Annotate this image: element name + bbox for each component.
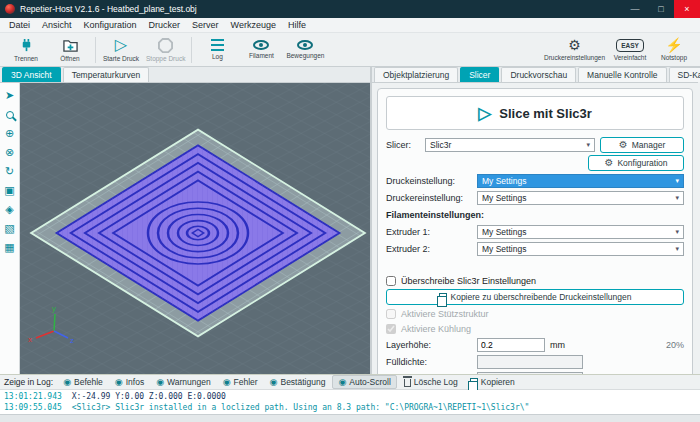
- axis-x-label: x: [28, 335, 32, 344]
- gear-icon: ⚙: [568, 38, 581, 52]
- axis-z-label: z: [70, 336, 74, 345]
- menu-datei[interactable]: Datei: [3, 20, 36, 30]
- control-pane: Objektplatzierung Slicer Druckvorschau M…: [372, 67, 698, 374]
- eye-icon: [297, 40, 313, 50]
- menu-server[interactable]: Server: [186, 20, 225, 30]
- gear-icon: ⚙: [619, 140, 628, 150]
- eye-icon: [253, 40, 269, 50]
- menu-ansicht[interactable]: Ansicht: [36, 20, 78, 30]
- filter-warnungen[interactable]: ◉ Warnungen: [151, 376, 216, 388]
- filter-bestaetigung[interactable]: ◉ Bestätigung: [265, 376, 331, 388]
- chevron-down-icon: ▾: [675, 177, 679, 185]
- title-bar: Repetier-Host V2.1.6 - Heatbed_plane_tes…: [0, 0, 700, 18]
- easy-badge: EASY: [616, 39, 644, 52]
- tab-druckvorschau[interactable]: Druckvorschau: [501, 67, 576, 82]
- menu-werkzeuge[interactable]: Werkzeuge: [225, 20, 282, 30]
- druckeinstellung-select[interactable]: My Settings ▾: [477, 174, 684, 188]
- support-checkbox[interactable]: [386, 309, 396, 319]
- tab-manuelle-kontrolle[interactable]: Manuelle Kontrolle: [578, 67, 666, 82]
- emergency-stop-button[interactable]: ⚡ Notstopp: [652, 34, 696, 66]
- show-filament-button[interactable]: Filament: [239, 34, 283, 66]
- filament-settings-header: Filamenteinstellungen:: [386, 210, 484, 220]
- tab-sd-karte[interactable]: SD-Karte: [669, 67, 700, 82]
- tab-temperaturkurven[interactable]: Temperaturkurven: [63, 67, 150, 82]
- support-row: Aktiviere Stützstruktur: [386, 307, 684, 320]
- filter-infos[interactable]: ◉ Infos: [110, 376, 149, 388]
- copy-icon: [470, 378, 478, 387]
- fill-density-label: Fülldichte:: [386, 357, 472, 367]
- play-icon: ▷: [115, 37, 127, 53]
- override-settings-checkbox[interactable]: [386, 276, 396, 286]
- cooling-row: Aktiviere Kühlung: [386, 322, 684, 335]
- menu-hilfe[interactable]: Hilfe: [282, 20, 312, 30]
- 3d-viewport[interactable]: x y z: [20, 83, 370, 376]
- druckereinstellung-select[interactable]: My Settings ▾: [477, 191, 684, 205]
- move-view-icon[interactable]: ⊗: [1, 143, 19, 162]
- clear-log-button[interactable]: Lösche Log: [399, 376, 463, 388]
- eye-dot-icon: ◉: [63, 378, 71, 387]
- view-pane: 3D Ansicht Temperaturkurven ➤ ⊕ ⊗ ↻ ▣ ◈ …: [0, 67, 372, 374]
- log-filter-bar: Zeige in Log: ◉ Befehle ◉ Infos ◉ Warnun…: [0, 374, 700, 390]
- status-bar: [0, 414, 700, 422]
- extruder2-select[interactable]: My Settings ▾: [477, 242, 684, 256]
- rotate-view-icon[interactable]: ↻: [1, 162, 19, 181]
- iso-view-icon[interactable]: ▣: [1, 181, 19, 200]
- top-view-icon[interactable]: ▦: [1, 238, 19, 257]
- view-tool-strip: ➤ ⊕ ⊗ ↻ ▣ ◈ ▧ ▦: [0, 83, 20, 376]
- zoom-icon[interactable]: [1, 105, 19, 124]
- stop-print-button[interactable]: Stoppe Druck: [143, 34, 188, 66]
- fill-percent-value: 20%: [666, 340, 684, 350]
- tab-objektplatzierung[interactable]: Objektplatzierung: [374, 67, 458, 82]
- konfiguration-button[interactable]: ⚙ Konfiguration: [588, 155, 684, 171]
- druckereinstellung-label: Druckereinstellung:: [386, 193, 472, 203]
- easy-mode-button[interactable]: EASY Vereinfacht: [608, 34, 652, 66]
- window-title: Repetier-Host V2.1.6 - Heatbed_plane_tes…: [20, 4, 197, 14]
- menu-drucker[interactable]: Drucker: [143, 20, 187, 30]
- copy-log-button[interactable]: Kopieren: [465, 376, 520, 388]
- log-output[interactable]: 13:01:21.943X:-24.99 Y:0.00 Z:0.000 E:0.…: [0, 390, 700, 414]
- stop-octagon-icon: [158, 38, 173, 53]
- front-view-icon[interactable]: ◈: [1, 200, 19, 219]
- connect-button[interactable]: Trennen: [4, 34, 48, 66]
- manager-button[interactable]: ⚙ Manager: [600, 137, 684, 153]
- open-file-button[interactable]: Öffnen: [48, 34, 92, 66]
- tab-slicer[interactable]: Slicer: [460, 67, 499, 82]
- menu-konfiguration[interactable]: Konfiguration: [78, 20, 143, 30]
- side-view-icon[interactable]: ▧: [1, 219, 19, 238]
- view-tabs: 3D Ansicht Temperaturkurven: [0, 67, 370, 83]
- chevron-down-icon: ▾: [675, 228, 679, 236]
- filter-auto-scroll[interactable]: ◉ Auto-Scroll: [332, 375, 396, 389]
- chevron-down-icon: ▾: [586, 141, 590, 149]
- slice-button[interactable]: ▷ Slice mit Slic3r: [386, 96, 684, 130]
- copy-print-settings-button[interactable]: Kopiere zu überschreibende Druckeinstell…: [386, 289, 684, 305]
- select-cursor-icon[interactable]: ➤: [1, 86, 19, 105]
- maximize-button[interactable]: □: [648, 0, 674, 18]
- play-icon: ▷: [478, 105, 491, 122]
- control-tabs: Objektplatzierung Slicer Druckvorschau M…: [372, 67, 698, 83]
- show-in-log-label: Zeige in Log:: [4, 377, 53, 387]
- override-settings-row: Überschreibe Slic3r Einstellungen: [386, 274, 684, 287]
- tab-3d-ansicht[interactable]: 3D Ansicht: [2, 67, 61, 82]
- eye-dot-icon: ◉: [156, 378, 164, 387]
- extruder1-select[interactable]: My Settings ▾: [477, 225, 684, 239]
- start-print-button[interactable]: ▷ Starte Druck: [99, 34, 143, 66]
- printer-settings-button[interactable]: ⚙ Druckereinstellungen: [541, 34, 608, 66]
- chevron-down-icon: ▾: [675, 194, 679, 202]
- log-lines-icon: [211, 39, 224, 51]
- slicer-select[interactable]: Slic3r ▾: [425, 138, 595, 152]
- axis-y-label: y: [52, 304, 56, 313]
- close-button[interactable]: ×: [674, 0, 700, 18]
- show-travel-button[interactable]: Bewegungen: [283, 34, 327, 66]
- filter-befehle[interactable]: ◉ Befehle: [58, 376, 108, 388]
- layer-height-input[interactable]: [477, 338, 545, 352]
- eye-dot-icon: ◉: [270, 378, 278, 387]
- trash-icon: [404, 379, 411, 387]
- zoom-in-icon[interactable]: ⊕: [1, 124, 19, 143]
- toggle-log-button[interactable]: Log: [195, 34, 239, 66]
- cooling-checkbox[interactable]: [386, 324, 396, 334]
- fill-density-input[interactable]: [477, 355, 583, 369]
- minimize-button[interactable]: —: [622, 0, 648, 18]
- repetier-host-window: Repetier-Host V2.1.6 - Heatbed_plane_tes…: [0, 0, 700, 422]
- view-body: ➤ ⊕ ⊗ ↻ ▣ ◈ ▧ ▦: [0, 83, 370, 376]
- filter-fehler[interactable]: ◉ Fehler: [218, 376, 263, 388]
